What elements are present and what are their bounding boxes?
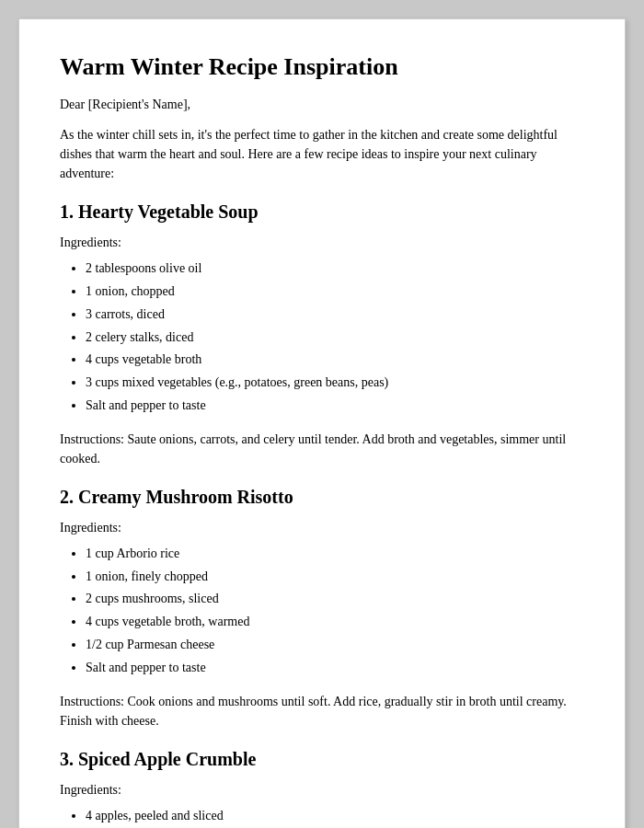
recipe-2-ingredients-list: 1 cup Arborio rice1 onion, finely choppe…: [86, 543, 584, 679]
list-item: 1 onion, chopped: [86, 281, 584, 303]
list-item: 2 tablespoons olive oil: [86, 258, 584, 280]
greeting-text: Dear [Recipient's Name],: [60, 98, 584, 112]
recipe-1-ingredients-label: Ingredients:: [60, 236, 584, 250]
recipe-1-ingredients-list: 2 tablespoons olive oil1 onion, chopped3…: [86, 258, 584, 417]
page-title: Warm Winter Recipe Inspiration: [60, 52, 584, 81]
list-item: 3 cups mixed vegetables (e.g., potatoes,…: [86, 372, 584, 394]
list-item: 1 onion, finely chopped: [86, 566, 584, 588]
recipe-section-2: 2. Creamy Mushroom Risotto Ingredients: …: [60, 487, 584, 730]
list-item: 4 cups vegetable broth, warmed: [86, 611, 584, 633]
list-item: Salt and pepper to taste: [86, 657, 584, 679]
recipe-1-title: 1. Hearty Vegetable Soup: [60, 201, 584, 223]
recipe-1-instructions: Instructions: Saute onions, carrots, and…: [60, 430, 584, 468]
list-item: 2 cups mushrooms, sliced: [86, 588, 584, 610]
list-item: 1/2 cup Parmesan cheese: [86, 634, 584, 656]
recipe-2-ingredients-label: Ingredients:: [60, 521, 584, 535]
recipe-2-title: 2. Creamy Mushroom Risotto: [60, 487, 584, 508]
recipe-3-ingredients-list: 4 apples, peeled and sliced1/2 cup brown…: [86, 805, 584, 828]
recipe-3-ingredients-label: Ingredients:: [60, 783, 584, 798]
list-item: 4 apples, peeled and sliced: [86, 805, 584, 827]
list-item: 1 cup Arborio rice: [86, 543, 584, 565]
recipe-3-title: 3. Spiced Apple Crumble: [60, 749, 584, 770]
recipe-2-instructions: Instructions: Cook onions and mushrooms …: [60, 692, 584, 730]
list-item: 2 celery stalks, diced: [86, 327, 584, 349]
recipe-section-1: 1. Hearty Vegetable Soup Ingredients: 2 …: [60, 201, 584, 468]
intro-paragraph: As the winter chill sets in, it's the pe…: [60, 125, 584, 183]
list-item: 4 cups vegetable broth: [86, 349, 584, 371]
list-item: 3 carrots, diced: [86, 304, 584, 326]
page-container: Warm Winter Recipe Inspiration Dear [Rec…: [18, 18, 626, 828]
recipe-section-3: 3. Spiced Apple Crumble Ingredients: 4 a…: [60, 749, 584, 828]
list-item: Salt and pepper to taste: [86, 395, 584, 417]
